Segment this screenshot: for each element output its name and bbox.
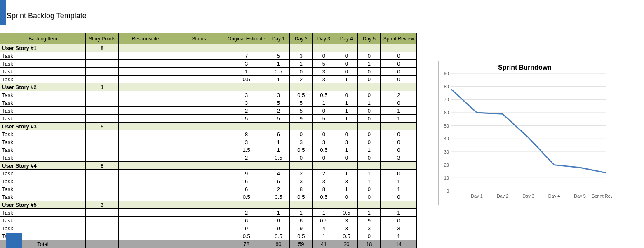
task-status[interactable] bbox=[172, 217, 226, 224]
cell[interactable] bbox=[335, 123, 358, 130]
story-status[interactable] bbox=[172, 44, 226, 52]
task-rev[interactable]: 1 bbox=[381, 107, 417, 115]
cell[interactable] bbox=[267, 44, 290, 52]
task-est[interactable]: 2 bbox=[226, 209, 267, 217]
task-status[interactable] bbox=[172, 177, 226, 185]
task-status[interactable] bbox=[172, 52, 226, 60]
task-rev[interactable]: 0 bbox=[381, 76, 417, 83]
cell[interactable] bbox=[313, 201, 335, 209]
task-responsible[interactable] bbox=[119, 209, 172, 217]
task-est[interactable]: 2 bbox=[226, 107, 267, 115]
task-status[interactable] bbox=[172, 170, 226, 177]
task-d5[interactable]: 1 bbox=[358, 177, 381, 185]
task-d2[interactable]: 3 bbox=[290, 52, 313, 60]
task-d4[interactable]: 3 bbox=[335, 138, 358, 146]
task-points[interactable] bbox=[86, 217, 119, 224]
task-d2[interactable]: 5 bbox=[290, 99, 313, 107]
cell[interactable] bbox=[290, 201, 313, 209]
cell[interactable] bbox=[313, 83, 335, 91]
cell[interactable] bbox=[313, 123, 335, 130]
task-d5[interactable]: 1 bbox=[358, 146, 381, 154]
task-status[interactable] bbox=[172, 224, 226, 232]
task-status[interactable] bbox=[172, 232, 226, 240]
cell[interactable] bbox=[335, 83, 358, 91]
task-est[interactable]: 2 bbox=[226, 154, 267, 162]
task-rev[interactable]: 1 bbox=[381, 185, 417, 193]
task-points[interactable] bbox=[86, 107, 119, 115]
cell[interactable] bbox=[267, 162, 290, 170]
task-points[interactable] bbox=[86, 209, 119, 217]
cell[interactable] bbox=[290, 162, 313, 170]
task-rev[interactable]: 0 bbox=[381, 146, 417, 154]
task-est[interactable]: 7 bbox=[226, 52, 267, 60]
task-d2[interactable]: 0 bbox=[290, 130, 313, 138]
cell[interactable] bbox=[335, 44, 358, 52]
task-rev[interactable]: 0 bbox=[381, 217, 417, 224]
task-d1[interactable]: 0.5 bbox=[267, 68, 290, 76]
cell[interactable] bbox=[267, 123, 290, 130]
task-responsible[interactable] bbox=[119, 76, 172, 83]
task-d5[interactable]: 3 bbox=[358, 224, 381, 232]
task-d1[interactable]: 0.5 bbox=[267, 154, 290, 162]
task-d3[interactable]: 1 bbox=[313, 232, 335, 240]
task-points[interactable] bbox=[86, 130, 119, 138]
task-d3[interactable]: 3 bbox=[313, 76, 335, 83]
cell[interactable] bbox=[381, 83, 417, 91]
task-status[interactable] bbox=[172, 91, 226, 99]
task-points[interactable] bbox=[86, 154, 119, 162]
task-responsible[interactable] bbox=[119, 193, 172, 201]
story-responsible[interactable] bbox=[119, 44, 172, 52]
task-d2[interactable]: 6 bbox=[290, 217, 313, 224]
task-d3[interactable]: 0 bbox=[313, 107, 335, 115]
story-status[interactable] bbox=[172, 83, 226, 91]
cell[interactable] bbox=[226, 44, 267, 52]
task-est[interactable]: 6 bbox=[226, 217, 267, 224]
task-est[interactable]: 3 bbox=[226, 60, 267, 68]
task-d2[interactable]: 3 bbox=[290, 177, 313, 185]
task-responsible[interactable] bbox=[119, 99, 172, 107]
task-d2[interactable]: 3 bbox=[290, 138, 313, 146]
task-d2[interactable]: 9 bbox=[290, 224, 313, 232]
task-est[interactable]: 5 bbox=[226, 115, 267, 123]
cell[interactable] bbox=[335, 162, 358, 170]
task-d4[interactable]: 0 bbox=[335, 52, 358, 60]
task-d4[interactable]: 0.5 bbox=[335, 209, 358, 217]
task-responsible[interactable] bbox=[119, 52, 172, 60]
cell[interactable] bbox=[290, 123, 313, 130]
cell[interactable] bbox=[358, 123, 381, 130]
task-d5[interactable]: 1 bbox=[358, 170, 381, 177]
task-d5[interactable]: 1 bbox=[358, 209, 381, 217]
task-responsible[interactable] bbox=[119, 217, 172, 224]
task-d4[interactable]: 0.5 bbox=[335, 232, 358, 240]
task-rev[interactable]: 3 bbox=[381, 224, 417, 232]
task-est[interactable]: 3 bbox=[226, 91, 267, 99]
task-name[interactable]: Task bbox=[0, 115, 86, 123]
task-d5[interactable]: 0 bbox=[358, 185, 381, 193]
cell[interactable] bbox=[226, 201, 267, 209]
story-points[interactable]: 1 bbox=[86, 83, 119, 91]
task-name[interactable]: Task bbox=[0, 107, 86, 115]
task-est[interactable]: 3 bbox=[226, 99, 267, 107]
task-points[interactable] bbox=[86, 76, 119, 83]
task-name[interactable]: Task bbox=[0, 209, 86, 217]
story-name[interactable]: User Story #2 bbox=[0, 83, 86, 91]
task-d3[interactable]: 3 bbox=[313, 138, 335, 146]
task-d1[interactable]: 0.5 bbox=[267, 232, 290, 240]
task-rev[interactable]: 0 bbox=[381, 52, 417, 60]
cell[interactable] bbox=[358, 162, 381, 170]
task-responsible[interactable] bbox=[119, 138, 172, 146]
task-d3[interactable]: 1 bbox=[313, 209, 335, 217]
task-d4[interactable]: 0 bbox=[335, 154, 358, 162]
cell[interactable] bbox=[381, 201, 417, 209]
story-status[interactable] bbox=[172, 123, 226, 130]
task-d1[interactable]: 1 bbox=[267, 76, 290, 83]
task-d1[interactable]: 6 bbox=[267, 217, 290, 224]
task-d5[interactable]: 1 bbox=[358, 99, 381, 107]
task-d5[interactable]: 0 bbox=[358, 91, 381, 99]
task-d1[interactable]: 2 bbox=[267, 107, 290, 115]
task-est[interactable]: 9 bbox=[226, 170, 267, 177]
task-responsible[interactable] bbox=[119, 170, 172, 177]
cell[interactable] bbox=[358, 44, 381, 52]
task-rev[interactable]: 1 bbox=[381, 209, 417, 217]
task-est[interactable]: 9 bbox=[226, 224, 267, 232]
